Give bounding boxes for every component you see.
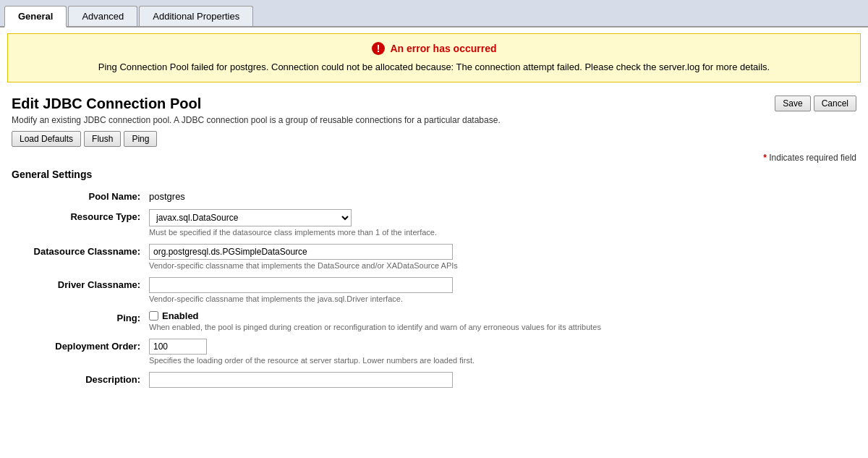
resource-type-select[interactable]: javax.sql.DataSource javax.sql.XADataSou… (149, 209, 352, 226)
flush-button[interactable]: Flush (84, 131, 121, 147)
error-banner: ! An error has occurred Ping Connection … (7, 33, 861, 82)
page-title: Edit JDBC Connection Pool (12, 96, 201, 112)
driver-classname-input[interactable] (149, 277, 453, 293)
tab-additional-properties[interactable]: Additional Properties (139, 6, 253, 26)
action-buttons: Load Defaults Flush Ping (12, 131, 856, 147)
description-label: Description: (12, 372, 149, 385)
driver-classname-label: Driver Classname: (12, 277, 149, 290)
ping-enabled-label: Enabled (162, 310, 199, 321)
section-general-settings: General Settings (12, 169, 856, 180)
ping-hint: When enabled, the pool is pinged during … (149, 323, 856, 331)
error-message: Ping Connection Pool failed for postgres… (20, 60, 848, 75)
resource-type-label: Resource Type: (12, 209, 149, 222)
description-input[interactable] (149, 372, 453, 388)
resource-type-hint: Must be specified if the datasource clas… (149, 228, 856, 237)
save-button[interactable]: Save (775, 96, 810, 111)
driver-classname-hint: Vendor-specific classname that implement… (149, 294, 856, 303)
deployment-order-row: Deployment Order: Specifies the loading … (12, 339, 856, 365)
ping-field: Enabled When enabled, the pool is pinged… (149, 310, 856, 331)
page-content: Edit JDBC Connection Pool Save Cancel Mo… (0, 88, 868, 402)
datasource-classname-field: Vendor-specific classname that implement… (149, 244, 856, 270)
datasource-classname-row: Datasource Classname: Vendor-specific cl… (12, 244, 856, 270)
ping-row: Ping: Enabled When enabled, the pool is … (12, 310, 856, 331)
datasource-classname-hint: Vendor-specific classname that implement… (149, 261, 856, 270)
error-title: ! An error has occurred (20, 41, 848, 56)
description-row: Description: (12, 372, 856, 388)
cancel-button[interactable]: Cancel (814, 96, 856, 111)
deployment-order-field: Specifies the loading order of the resou… (149, 339, 856, 365)
pool-name-row: Pool Name: postgres (12, 189, 856, 202)
page-description: Modify an existing JDBC connection pool.… (12, 115, 856, 125)
resource-type-row: Resource Type: javax.sql.DataSource java… (12, 209, 856, 237)
ping-enabled-row: Enabled (149, 310, 856, 321)
error-icon: ! (371, 41, 386, 56)
driver-classname-row: Driver Classname: Vendor-specific classn… (12, 277, 856, 303)
header-buttons: Save Cancel (775, 96, 856, 111)
datasource-classname-input[interactable] (149, 244, 453, 260)
tab-advanced[interactable]: Advanced (68, 6, 137, 26)
load-defaults-button[interactable]: Load Defaults (12, 131, 81, 147)
deployment-order-label: Deployment Order: (12, 339, 149, 352)
driver-classname-field: Vendor-specific classname that implement… (149, 277, 856, 303)
ping-button[interactable]: Ping (124, 131, 157, 147)
pool-name-label: Pool Name: (12, 189, 149, 202)
svg-text:!: ! (377, 43, 380, 54)
deployment-order-hint: Specifies the loading order of the resou… (149, 356, 856, 365)
pool-name-field: postgres (149, 189, 856, 202)
ping-checkbox[interactable] (149, 311, 158, 321)
deployment-order-input[interactable] (149, 339, 207, 355)
header-row: Edit JDBC Connection Pool Save Cancel (12, 96, 856, 112)
description-field (149, 372, 856, 388)
required-star: * (763, 153, 767, 163)
ping-label: Ping: (12, 310, 149, 323)
tabs-bar: General Advanced Additional Properties (0, 0, 868, 27)
pool-name-value: postgres (149, 189, 856, 202)
datasource-classname-label: Datasource Classname: (12, 244, 149, 257)
resource-type-field: javax.sql.DataSource javax.sql.XADataSou… (149, 209, 856, 237)
tab-general[interactable]: General (4, 6, 67, 27)
required-note: * Indicates required field (12, 153, 856, 163)
